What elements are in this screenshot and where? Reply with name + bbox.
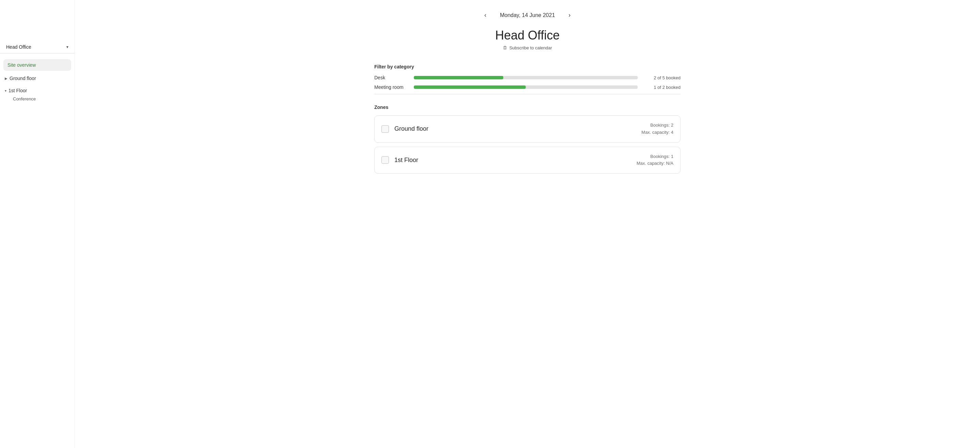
page-title: Head Office bbox=[495, 28, 559, 43]
zones-section: Zones Ground floor Bookings: 2 Max. capa… bbox=[374, 105, 681, 174]
meeting-room-progress-bar bbox=[414, 85, 638, 89]
filter-label-meeting-room: Meeting room bbox=[374, 84, 408, 90]
sidebar-group-1st-floor: ▾ 1st Floor Conference bbox=[0, 84, 75, 105]
zone-name-ground-floor: Ground floor bbox=[395, 125, 636, 132]
center-col: Filter by category Desk 2 of 5 booked Me… bbox=[374, 64, 681, 178]
date-label: Monday, 14 June 2021 bbox=[500, 12, 555, 18]
zone-checkbox-ground-floor[interactable] bbox=[382, 125, 389, 133]
calendar-icon: 🗓 bbox=[503, 45, 508, 50]
zone-card-ground-floor[interactable]: Ground floor Bookings: 2 Max. capacity: … bbox=[374, 115, 681, 143]
sidebar-group-ground-floor: ▶ Ground floor bbox=[0, 72, 75, 84]
subscribe-label: Subscribe to calendar bbox=[509, 45, 552, 50]
sidebar-item-1st-floor[interactable]: ▾ 1st Floor bbox=[3, 86, 71, 95]
filter-section: Filter by category Desk 2 of 5 booked Me… bbox=[374, 64, 681, 94]
zone-checkbox-1st-floor[interactable] bbox=[382, 156, 389, 164]
sidebar-nav: Site overview ▶ Ground floor ▾ 1st Floor… bbox=[0, 57, 75, 106]
arrow-down-icon: ▾ bbox=[5, 89, 6, 92]
main-content: ‹ Monday, 14 June 2021 › Head Office 🗓 S… bbox=[75, 0, 980, 448]
zone-name-1st-floor: 1st Floor bbox=[395, 156, 631, 164]
zones-title: Zones bbox=[374, 105, 681, 110]
center-plus-actions: Filter by category Desk 2 of 5 booked Me… bbox=[374, 64, 681, 178]
zone-bookings-ground-floor: Bookings: 2 bbox=[641, 122, 673, 129]
ground-floor-label: Ground floor bbox=[10, 76, 36, 81]
desk-count: 2 of 5 booked bbox=[643, 75, 681, 80]
filter-title: Filter by category bbox=[374, 64, 681, 69]
zone-capacity-ground-floor: Max. capacity: 4 bbox=[641, 129, 673, 136]
filter-row-desk: Desk 2 of 5 booked bbox=[374, 75, 681, 80]
date-navigation: ‹ Monday, 14 June 2021 › bbox=[481, 10, 574, 20]
meeting-room-count: 1 of 2 booked bbox=[643, 85, 681, 90]
zone-meta-1st-floor: Bookings: 1 Max. capacity: N/A bbox=[637, 153, 673, 167]
filter-divider bbox=[374, 94, 681, 94]
chevron-down-icon: ▾ bbox=[66, 45, 68, 49]
desk-progress-fill bbox=[414, 76, 503, 79]
zone-bookings-1st-floor: Bookings: 1 bbox=[637, 153, 673, 160]
sidebar-item-ground-floor[interactable]: ▶ Ground floor bbox=[3, 74, 71, 82]
sidebar-item-site-overview[interactable]: Site overview bbox=[3, 59, 71, 71]
sidebar: Head Office ▾ Site overview ▶ Ground flo… bbox=[0, 0, 75, 448]
office-selector[interactable]: Head Office ▾ bbox=[0, 41, 75, 53]
zone-meta-ground-floor: Bookings: 2 Max. capacity: 4 bbox=[641, 122, 673, 136]
filter-label-desk: Desk bbox=[374, 75, 408, 80]
prev-date-button[interactable]: ‹ bbox=[481, 10, 490, 20]
arrow-right-icon: ▶ bbox=[5, 77, 8, 80]
meeting-room-progress-fill bbox=[414, 85, 526, 89]
sidebar-item-conference[interactable]: Conference bbox=[3, 95, 71, 103]
zone-capacity-1st-floor: Max. capacity: N/A bbox=[637, 160, 673, 167]
zone-card-1st-floor[interactable]: 1st Floor Bookings: 1 Max. capacity: N/A bbox=[374, 147, 681, 174]
content-wrapper: Filter by category Desk 2 of 5 booked Me… bbox=[82, 64, 973, 178]
office-selector-label: Head Office bbox=[6, 44, 31, 50]
filter-row-meeting-room: Meeting room 1 of 2 booked bbox=[374, 84, 681, 90]
subscribe-link[interactable]: 🗓 Subscribe to calendar bbox=[503, 45, 552, 50]
1st-floor-label: 1st Floor bbox=[8, 88, 27, 93]
next-date-button[interactable]: › bbox=[565, 10, 574, 20]
desk-progress-bar bbox=[414, 76, 638, 79]
